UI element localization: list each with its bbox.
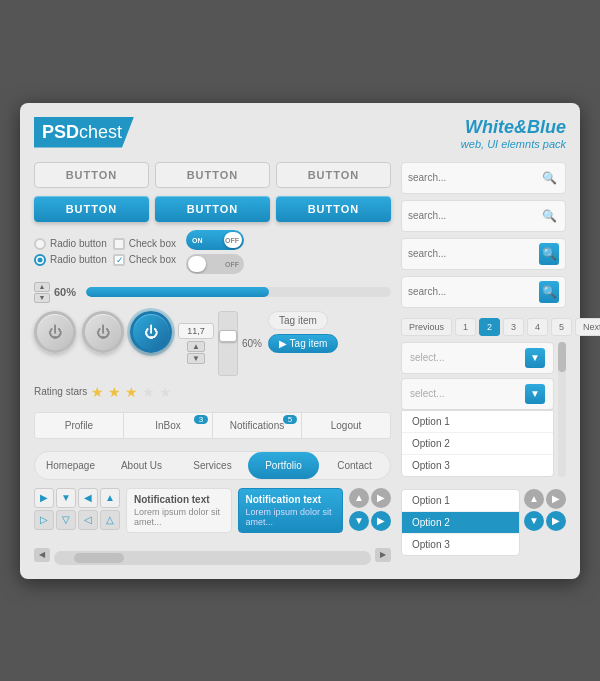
search-field-2[interactable]: [408, 210, 535, 221]
nav-bar2-homepage[interactable]: Homepage: [35, 452, 106, 479]
button-outline-3[interactable]: BUTTON: [276, 162, 391, 188]
arrow-down[interactable]: ▼: [34, 293, 50, 303]
nav-bar2-portfolio[interactable]: Portfolio: [248, 452, 319, 479]
button-outline-1[interactable]: BUTTON: [34, 162, 149, 188]
right-arrow-down-blue[interactable]: ▼: [349, 511, 369, 531]
vert-slider-value: 11,7: [178, 323, 214, 339]
notif-card-1-title: Notification text: [134, 494, 224, 505]
nav-icon-left-2[interactable]: ◁: [78, 510, 98, 530]
toggle-off-label-1: OFF: [225, 236, 239, 243]
vert-arrow-down[interactable]: ▼: [187, 353, 205, 364]
search-icon-4-blue[interactable]: 🔍: [539, 281, 559, 303]
nav-icon-left[interactable]: ◀: [78, 488, 98, 508]
toggle-thumb-off: [188, 256, 206, 272]
page-next-btn[interactable]: Next: [575, 318, 600, 336]
right-dropdown-area: select... ▼ select... ▼ Option 1 Option …: [401, 342, 566, 477]
tag-item-1[interactable]: Tag item: [268, 311, 328, 330]
scroll-right-arrow[interactable]: ▶: [375, 548, 391, 562]
nav-icon-down-2[interactable]: ▽: [56, 510, 76, 530]
right-arrows-bottom: ▼ ▶: [349, 511, 391, 531]
button-blue-2[interactable]: BUTTON: [155, 196, 270, 222]
right-percent-label: 60%: [242, 338, 262, 349]
select-2[interactable]: select... ▼: [401, 378, 554, 410]
nav-bar2-aboutus[interactable]: About Us: [106, 452, 177, 479]
search-field-4[interactable]: [408, 286, 535, 297]
progress-bar[interactable]: [86, 287, 391, 297]
radio-item-1[interactable]: Radio button: [34, 238, 107, 250]
search-icon-1[interactable]: 🔍: [539, 167, 559, 189]
form-controls-area: Radio button Radio button Check box Chec…: [34, 230, 391, 274]
brand-title: White&Blue web, UI elemnts pack: [461, 117, 566, 150]
select-1[interactable]: select... ▼: [401, 342, 554, 374]
star-4[interactable]: ★: [142, 384, 155, 400]
search-field-1[interactable]: [408, 172, 535, 183]
radio-item-2[interactable]: Radio button: [34, 254, 107, 266]
right-arrow-right-gray[interactable]: ▶: [371, 488, 391, 508]
star-5[interactable]: ★: [159, 384, 172, 400]
progress-row: ▲ ▼ 60%: [34, 282, 391, 303]
search-input-4: 🔍: [401, 276, 566, 308]
dropdown-option-2[interactable]: Option 2: [402, 433, 553, 455]
nav-icon-right-2[interactable]: ▷: [34, 510, 54, 530]
nav-up-gray[interactable]: ▲: [524, 489, 544, 509]
toggle-on[interactable]: ON OFF: [186, 230, 244, 250]
nav-icons-row-1: ▶ ▼ ◀ ▲: [34, 488, 120, 508]
nav-icon-up[interactable]: ▲: [100, 488, 120, 508]
search-field-3[interactable]: [408, 248, 535, 259]
button-blue-3[interactable]: BUTTON: [276, 196, 391, 222]
page-2-btn[interactable]: 2: [479, 318, 500, 336]
nav-bar2-services[interactable]: Services: [177, 452, 248, 479]
right-scrollbar[interactable]: [558, 342, 566, 477]
h-scrollbar[interactable]: [54, 551, 371, 565]
option-2-selected[interactable]: Option 2: [402, 512, 519, 534]
nav-bar2-contact[interactable]: Contact: [319, 452, 390, 479]
nav-icon-down[interactable]: ▼: [56, 488, 76, 508]
page-4-btn[interactable]: 4: [527, 318, 548, 336]
right-arrow-right-blue[interactable]: ▶: [371, 511, 391, 531]
knob-2[interactable]: ⏻: [82, 311, 124, 353]
notifications-row: ▶ ▼ ◀ ▲ ▷ ▽ ◁ △ Notification text Lorem …: [34, 488, 391, 533]
star-2[interactable]: ★: [108, 384, 121, 400]
vert-slider[interactable]: [218, 311, 238, 376]
search-icon-2[interactable]: 🔍: [539, 205, 559, 227]
progress-bar-fill: [86, 287, 269, 297]
button-blue-1[interactable]: BUTTON: [34, 196, 149, 222]
search-icon-3-blue[interactable]: 🔍: [539, 243, 559, 265]
nav-right-blue[interactable]: ▶: [546, 511, 566, 531]
star-1[interactable]: ★: [91, 384, 104, 400]
page-prev-btn[interactable]: Previous: [401, 318, 452, 336]
arrow-up[interactable]: ▲: [34, 282, 50, 292]
nav-tab-logout[interactable]: Logout: [302, 413, 390, 438]
vert-arrow-up[interactable]: ▲: [187, 341, 205, 352]
option-3[interactable]: Option 3: [402, 534, 519, 555]
nav-right-gray[interactable]: ▶: [546, 489, 566, 509]
page-1-btn[interactable]: 1: [455, 318, 476, 336]
dropdown-option-3[interactable]: Option 3: [402, 455, 553, 476]
nav-icon-up-2[interactable]: △: [100, 510, 120, 530]
pagination: Previous 1 2 3 4 5 Next: [401, 318, 566, 336]
option-1[interactable]: Option 1: [402, 490, 519, 512]
knobs-area: ⏻ ⏻ ⏻ 11,7 ▲ ▼: [34, 311, 391, 376]
check-box-2: [113, 254, 125, 266]
page-3-btn[interactable]: 3: [503, 318, 524, 336]
tags-area: Tag item ▶ Tag item: [268, 311, 338, 353]
tag-item-2-blue[interactable]: ▶ Tag item: [268, 334, 338, 353]
nav-icon-right[interactable]: ▶: [34, 488, 54, 508]
toggle-off[interactable]: ON OFF: [186, 254, 244, 274]
dropdown-option-1[interactable]: Option 1: [402, 411, 553, 433]
nav-down-blue[interactable]: ▼: [524, 511, 544, 531]
star-3[interactable]: ★: [125, 384, 138, 400]
nav-icons-col: ▶ ▼ ◀ ▲ ▷ ▽ ◁ △: [34, 488, 120, 530]
scroll-left-arrow[interactable]: ◀: [34, 548, 50, 562]
knob-1[interactable]: ⏻: [34, 311, 76, 353]
check-item-2[interactable]: Check box: [113, 254, 176, 266]
right-arrow-up-gray[interactable]: ▲: [349, 488, 369, 508]
knob-3-blue[interactable]: ⏻: [130, 311, 172, 353]
notif-card-2-title: Notification text: [246, 494, 336, 505]
nav-tab-notifications[interactable]: Notifications 5: [213, 413, 302, 438]
button-outline-2[interactable]: BUTTON: [155, 162, 270, 188]
nav-tab-inbox[interactable]: InBox 3: [124, 413, 213, 438]
page-5-btn[interactable]: 5: [551, 318, 572, 336]
check-item-1[interactable]: Check box: [113, 238, 176, 250]
nav-tab-profile[interactable]: Profile: [35, 413, 124, 438]
